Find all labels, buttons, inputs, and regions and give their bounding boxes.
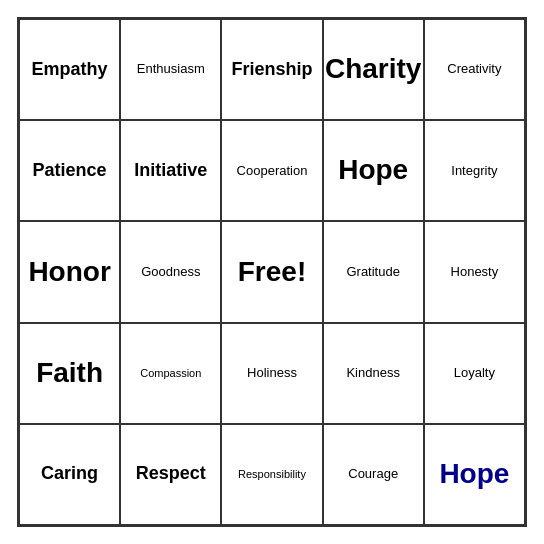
bingo-cell-21: Respect xyxy=(120,424,221,525)
bingo-cell-13: Gratitude xyxy=(323,221,424,322)
bingo-cell-8: Hope xyxy=(323,120,424,221)
bingo-cell-6: Initiative xyxy=(120,120,221,221)
bingo-cell-14: Honesty xyxy=(424,221,525,322)
bingo-cell-12: Free! xyxy=(221,221,322,322)
bingo-cell-24: Hope xyxy=(424,424,525,525)
bingo-cell-18: Kindness xyxy=(323,323,424,424)
bingo-cell-4: Creativity xyxy=(424,19,525,120)
bingo-cell-19: Loyalty xyxy=(424,323,525,424)
bingo-cell-1: Enthusiasm xyxy=(120,19,221,120)
bingo-cell-22: Responsibility xyxy=(221,424,322,525)
bingo-cell-23: Courage xyxy=(323,424,424,525)
bingo-cell-17: Holiness xyxy=(221,323,322,424)
bingo-cell-16: Compassion xyxy=(120,323,221,424)
bingo-cell-11: Goodness xyxy=(120,221,221,322)
bingo-cell-0: Empathy xyxy=(19,19,120,120)
bingo-card: EmpathyEnthusiasmFrienshipCharityCreativ… xyxy=(17,17,527,527)
bingo-cell-5: Patience xyxy=(19,120,120,221)
bingo-cell-20: Caring xyxy=(19,424,120,525)
bingo-cell-10: Honor xyxy=(19,221,120,322)
bingo-cell-9: Integrity xyxy=(424,120,525,221)
bingo-cell-15: Faith xyxy=(19,323,120,424)
bingo-cell-2: Frienship xyxy=(221,19,322,120)
bingo-cell-7: Cooperation xyxy=(221,120,322,221)
bingo-cell-3: Charity xyxy=(323,19,424,120)
